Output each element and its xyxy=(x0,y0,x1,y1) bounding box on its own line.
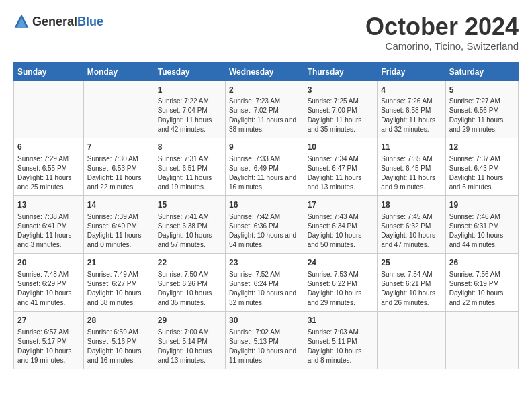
cell-content: Sunrise: 7:43 AM Sunset: 6:34 PM Dayligh… xyxy=(308,212,374,250)
weekday-header-row: SundayMondayTuesdayWednesdayThursdayFrid… xyxy=(14,62,519,81)
calendar-cell: 6Sunrise: 7:29 AM Sunset: 6:55 PM Daylig… xyxy=(14,138,84,196)
calendar-cell: 4Sunrise: 7:26 AM Sunset: 6:58 PM Daylig… xyxy=(378,81,445,138)
day-number: 17 xyxy=(308,199,374,211)
cell-content: Sunrise: 7:45 AM Sunset: 6:32 PM Dayligh… xyxy=(381,212,441,250)
cell-content: Sunrise: 7:54 AM Sunset: 6:21 PM Dayligh… xyxy=(381,270,441,308)
weekday-header-monday: Monday xyxy=(83,62,154,81)
day-number: 22 xyxy=(158,257,222,269)
calendar-cell: 29Sunrise: 7:00 AM Sunset: 5:14 PM Dayli… xyxy=(154,311,225,369)
day-number: 24 xyxy=(308,257,374,269)
calendar-cell: 13Sunrise: 7:38 AM Sunset: 6:41 PM Dayli… xyxy=(14,196,84,254)
day-number: 9 xyxy=(229,142,300,153)
cell-content: Sunrise: 6:59 AM Sunset: 5:16 PM Dayligh… xyxy=(87,328,150,365)
day-number: 26 xyxy=(449,257,515,269)
day-number: 30 xyxy=(229,315,300,326)
weekday-header-tuesday: Tuesday xyxy=(154,62,225,81)
day-number: 2 xyxy=(229,85,300,96)
day-number: 18 xyxy=(381,199,441,211)
cell-content: Sunrise: 7:42 AM Sunset: 6:36 PM Dayligh… xyxy=(229,212,300,250)
cell-content: Sunrise: 7:37 AM Sunset: 6:43 PM Dayligh… xyxy=(449,154,515,192)
day-number: 5 xyxy=(449,85,515,96)
cell-content: Sunrise: 7:35 AM Sunset: 6:45 PM Dayligh… xyxy=(381,154,441,192)
calendar-cell: 19Sunrise: 7:46 AM Sunset: 6:31 PM Dayli… xyxy=(445,196,518,254)
weekday-header-thursday: Thursday xyxy=(304,62,378,81)
location: Camorino, Ticino, Switzerland xyxy=(365,40,519,52)
cell-content: Sunrise: 6:57 AM Sunset: 5:17 PM Dayligh… xyxy=(17,328,80,365)
cell-content: Sunrise: 7:31 AM Sunset: 6:51 PM Dayligh… xyxy=(158,154,222,192)
day-number: 31 xyxy=(308,315,374,326)
calendar-cell xyxy=(83,81,154,138)
calendar-cell: 5Sunrise: 7:27 AM Sunset: 6:56 PM Daylig… xyxy=(445,81,518,138)
day-number: 29 xyxy=(158,315,222,326)
day-number: 10 xyxy=(308,142,374,153)
calendar-cell: 23Sunrise: 7:52 AM Sunset: 6:24 PM Dayli… xyxy=(225,253,304,311)
calendar-cell: 18Sunrise: 7:45 AM Sunset: 6:32 PM Dayli… xyxy=(378,196,445,254)
calendar-body: 1Sunrise: 7:22 AM Sunset: 7:04 PM Daylig… xyxy=(14,81,519,369)
cell-content: Sunrise: 7:46 AM Sunset: 6:31 PM Dayligh… xyxy=(449,212,515,250)
weekday-header-sunday: Sunday xyxy=(14,62,84,81)
calendar-cell: 11Sunrise: 7:35 AM Sunset: 6:45 PM Dayli… xyxy=(378,138,445,196)
day-number: 14 xyxy=(87,199,150,211)
cell-content: Sunrise: 7:27 AM Sunset: 6:56 PM Dayligh… xyxy=(449,97,515,134)
cell-content: Sunrise: 7:56 AM Sunset: 6:19 PM Dayligh… xyxy=(449,270,515,308)
day-number: 25 xyxy=(381,257,441,269)
weekday-header-friday: Friday xyxy=(378,62,445,81)
calendar-cell: 25Sunrise: 7:54 AM Sunset: 6:21 PM Dayli… xyxy=(378,253,445,311)
calendar-cell: 9Sunrise: 7:33 AM Sunset: 6:49 PM Daylig… xyxy=(225,138,304,196)
calendar-cell: 30Sunrise: 7:02 AM Sunset: 5:13 PM Dayli… xyxy=(225,311,304,369)
cell-content: Sunrise: 7:52 AM Sunset: 6:24 PM Dayligh… xyxy=(229,270,300,308)
calendar-cell: 7Sunrise: 7:30 AM Sunset: 6:53 PM Daylig… xyxy=(83,138,154,196)
calendar-cell: 3Sunrise: 7:25 AM Sunset: 7:00 PM Daylig… xyxy=(304,81,378,138)
calendar-cell: 17Sunrise: 7:43 AM Sunset: 6:34 PM Dayli… xyxy=(304,196,378,254)
calendar-cell: 27Sunrise: 6:57 AM Sunset: 5:17 PM Dayli… xyxy=(14,311,84,369)
cell-content: Sunrise: 7:30 AM Sunset: 6:53 PM Dayligh… xyxy=(87,154,150,192)
cell-content: Sunrise: 7:23 AM Sunset: 7:02 PM Dayligh… xyxy=(229,97,300,134)
calendar-cell: 12Sunrise: 7:37 AM Sunset: 6:43 PM Dayli… xyxy=(445,138,518,196)
calendar-week-row: 13Sunrise: 7:38 AM Sunset: 6:41 PM Dayli… xyxy=(14,196,519,254)
cell-content: Sunrise: 7:34 AM Sunset: 6:47 PM Dayligh… xyxy=(308,154,374,192)
day-number: 7 xyxy=(87,142,150,153)
day-number: 3 xyxy=(308,85,374,96)
day-number: 11 xyxy=(381,142,441,153)
calendar-cell: 10Sunrise: 7:34 AM Sunset: 6:47 PM Dayli… xyxy=(304,138,378,196)
calendar-cell: 24Sunrise: 7:53 AM Sunset: 6:22 PM Dayli… xyxy=(304,253,378,311)
day-number: 23 xyxy=(229,257,300,269)
cell-content: Sunrise: 7:00 AM Sunset: 5:14 PM Dayligh… xyxy=(158,328,222,365)
calendar-week-row: 20Sunrise: 7:48 AM Sunset: 6:29 PM Dayli… xyxy=(14,253,519,311)
cell-content: Sunrise: 7:49 AM Sunset: 6:27 PM Dayligh… xyxy=(87,270,150,308)
cell-content: Sunrise: 7:25 AM Sunset: 7:00 PM Dayligh… xyxy=(308,97,374,134)
cell-content: Sunrise: 7:38 AM Sunset: 6:41 PM Dayligh… xyxy=(17,212,80,250)
day-number: 16 xyxy=(229,199,300,211)
calendar-cell: 1Sunrise: 7:22 AM Sunset: 7:04 PM Daylig… xyxy=(154,81,225,138)
calendar-week-row: 6Sunrise: 7:29 AM Sunset: 6:55 PM Daylig… xyxy=(14,138,519,196)
weekday-header-wednesday: Wednesday xyxy=(225,62,304,81)
calendar-cell: 21Sunrise: 7:49 AM Sunset: 6:27 PM Dayli… xyxy=(83,253,154,311)
cell-content: Sunrise: 7:39 AM Sunset: 6:40 PM Dayligh… xyxy=(87,212,150,250)
calendar-cell xyxy=(378,311,445,369)
weekday-header-saturday: Saturday xyxy=(445,62,518,81)
cell-content: Sunrise: 7:41 AM Sunset: 6:38 PM Dayligh… xyxy=(158,212,222,250)
day-number: 6 xyxy=(17,142,80,153)
day-number: 8 xyxy=(158,142,222,153)
calendar-cell: 20Sunrise: 7:48 AM Sunset: 6:29 PM Dayli… xyxy=(14,253,84,311)
calendar-week-row: 1Sunrise: 7:22 AM Sunset: 7:04 PM Daylig… xyxy=(14,81,519,138)
day-number: 27 xyxy=(17,315,80,326)
calendar-cell: 15Sunrise: 7:41 AM Sunset: 6:38 PM Dayli… xyxy=(154,196,225,254)
calendar-cell: 22Sunrise: 7:50 AM Sunset: 6:26 PM Dayli… xyxy=(154,253,225,311)
cell-content: Sunrise: 7:29 AM Sunset: 6:55 PM Dayligh… xyxy=(17,154,80,192)
day-number: 12 xyxy=(449,142,515,153)
cell-content: Sunrise: 7:26 AM Sunset: 6:58 PM Dayligh… xyxy=(381,97,441,134)
calendar-cell: 16Sunrise: 7:42 AM Sunset: 6:36 PM Dayli… xyxy=(225,196,304,254)
day-number: 13 xyxy=(17,199,80,211)
month-year: October 2024 xyxy=(365,13,519,40)
calendar-cell: 31Sunrise: 7:03 AM Sunset: 5:11 PM Dayli… xyxy=(304,311,378,369)
page-header: GeneralBlue October 2024 Camorino, Ticin… xyxy=(13,13,519,52)
calendar-cell xyxy=(14,81,84,138)
day-number: 19 xyxy=(449,199,515,211)
calendar-table: SundayMondayTuesdayWednesdayThursdayFrid… xyxy=(13,62,519,369)
cell-content: Sunrise: 7:02 AM Sunset: 5:13 PM Dayligh… xyxy=(229,328,300,365)
calendar-cell: 2Sunrise: 7:23 AM Sunset: 7:02 PM Daylig… xyxy=(225,81,304,138)
logo-text-blue: Blue xyxy=(77,15,103,28)
logo-icon xyxy=(13,13,30,30)
calendar-cell xyxy=(445,311,518,369)
